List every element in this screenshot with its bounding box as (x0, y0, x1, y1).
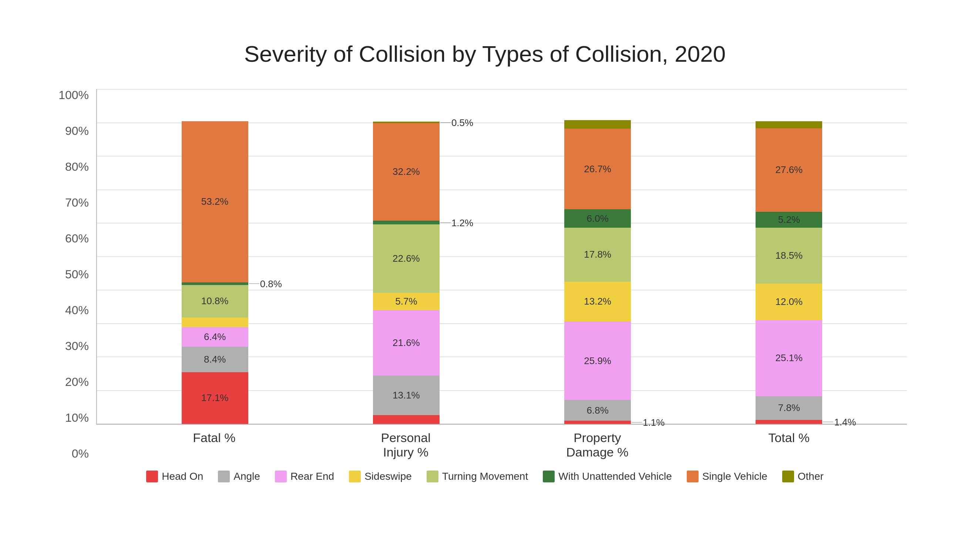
bar-segment-label: 26.7% (584, 163, 611, 175)
y-axis-label: 40% (65, 304, 89, 316)
stacked-bar: 13.1%21.6%5.7%22.6%32.2% (373, 121, 440, 424)
outside-label: 0.8% (260, 278, 282, 290)
outside-label: 1.2% (451, 217, 473, 229)
stacked-bar: 17.1%8.4%6.4%10.8%53.2% (182, 121, 248, 424)
bar-segment-label: 6.4% (204, 331, 226, 343)
bar-segment-sideswipe: 13.2% (564, 282, 631, 321)
legend-item-singleVehicle: Single Vehicle (687, 471, 767, 482)
y-axis-label: 80% (65, 161, 89, 173)
bar-segment-label: 6.8% (587, 405, 608, 416)
bar-segment-label: 25.1% (775, 352, 803, 364)
outside-label: 1.4% (834, 416, 856, 428)
bar-segment-sideswipe: 5.7% (373, 293, 440, 310)
bar-segment-label: 25.9% (584, 355, 611, 367)
bar-segment-singleVehicle: 53.2% (182, 121, 248, 282)
bar-segment-angle: 6.8% (564, 400, 631, 421)
bar-segment-other (373, 122, 440, 123)
x-axis-label: Fatal % (177, 431, 251, 459)
y-axis-label: 100% (58, 89, 89, 101)
legend-item-turningMovement: Turning Movement (427, 471, 528, 482)
bar-segment-withUnattended: 5.2% (756, 212, 822, 228)
bar-segment-headOn (756, 420, 822, 424)
y-axis-label: 50% (65, 268, 89, 280)
y-axis: 0%10%20%30%40%50%60%70%80%90%100% (63, 89, 96, 459)
legend-label-other: Other (798, 471, 823, 482)
legend-swatch-other (782, 471, 794, 482)
legend-swatch-turningMovement (427, 471, 438, 482)
bar-segment-rearEnd: 6.4% (182, 327, 248, 346)
bar-group: 13.1%21.6%5.7%22.6%32.2% (369, 121, 443, 424)
y-axis-label: 30% (65, 340, 89, 352)
bars-grid: 17.1%8.4%6.4%10.8%53.2%13.1%21.6%5.7%22.… (96, 89, 907, 425)
bar-segment-other (564, 120, 631, 128)
legend: Head OnAngleRear EndSideswipeTurning Mov… (63, 471, 907, 482)
bar-segment-label: 21.6% (393, 337, 420, 349)
bar-group: 17.1%8.4%6.4%10.8%53.2% (178, 121, 252, 424)
callout-line (823, 422, 833, 422)
chart-title: Severity of Collision by Types of Collis… (63, 41, 907, 67)
bar-segment-label: 6.0% (587, 213, 608, 225)
bar-segment-withUnattended (182, 282, 248, 285)
bar-segment-singleVehicle: 27.6% (756, 128, 822, 212)
bar-segment-label: 17.1% (201, 392, 229, 404)
legend-label-sideswipe: Sideswipe (365, 471, 412, 482)
y-axis-label: 60% (65, 232, 89, 244)
callout-line (440, 223, 451, 223)
bar-segment-label: 13.2% (584, 296, 611, 307)
bar-segment-label: 53.2% (201, 196, 229, 207)
bar-group: 7.8%25.1%12.0%18.5%5.2%27.6% (752, 121, 826, 424)
y-axis-label: 70% (65, 197, 89, 209)
bar-segment-singleVehicle: 32.2% (373, 123, 440, 221)
y-axis-label: 90% (65, 125, 89, 137)
bar-segment-label: 27.6% (775, 164, 803, 176)
legend-label-turningMovement: Turning Movement (442, 471, 528, 482)
legend-swatch-rearEnd (275, 471, 287, 482)
bars-row: 17.1%8.4%6.4%10.8%53.2%13.1%21.6%5.7%22.… (97, 89, 907, 424)
callout-line (632, 422, 642, 423)
bar-segment-label: 10.8% (201, 295, 229, 307)
y-axis-label: 0% (72, 448, 89, 459)
bar-segment-turningMovement: 10.8% (182, 285, 248, 318)
bar-segment-label: 32.2% (393, 166, 420, 178)
bar-segment-label: 7.8% (778, 402, 800, 413)
legend-item-headOn: Head On (146, 471, 203, 482)
stacked-bar: 7.8%25.1%12.0%18.5%5.2%27.6% (756, 121, 822, 424)
legend-label-angle: Angle (233, 471, 260, 482)
bar-segment-rearEnd: 25.1% (756, 320, 822, 396)
stacked-bar: 6.8%25.9%13.2%17.8%6.0%26.7% (564, 121, 631, 424)
legend-item-other: Other (782, 471, 823, 482)
bar-segment-label: 5.7% (395, 296, 417, 307)
plot-area: 17.1%8.4%6.4%10.8%53.2%13.1%21.6%5.7%22.… (96, 89, 907, 459)
legend-swatch-withUnattended (543, 471, 555, 482)
legend-swatch-sideswipe (349, 471, 361, 482)
bar-segment-withUnattended (373, 221, 440, 225)
bar-segment-headOn: 17.1% (182, 372, 248, 424)
x-axis-label: Personal Injury % (369, 431, 443, 459)
bar-segment-label: 12.0% (775, 296, 803, 307)
bar-segment-sideswipe (182, 318, 248, 327)
outside-label: 1.1% (643, 417, 665, 428)
bar-segment-label: 13.1% (393, 390, 420, 401)
legend-item-withUnattended: With Unattended Vehicle (543, 471, 672, 482)
bar-segment-angle: 7.8% (756, 396, 822, 420)
legend-label-withUnattended: With Unattended Vehicle (558, 471, 672, 482)
x-axis-label: Property Damage % (560, 431, 634, 459)
bar-group: 6.8%25.9%13.2%17.8%6.0%26.7% (560, 121, 634, 424)
x-labels: Fatal %Personal Injury %Property Damage … (96, 431, 907, 459)
legend-label-rearEnd: Rear End (290, 471, 334, 482)
bar-segment-singleVehicle: 26.7% (564, 129, 631, 210)
legend-item-rearEnd: Rear End (275, 471, 334, 482)
bar-segment-headOn (564, 421, 631, 424)
bar-segment-label: 22.6% (393, 253, 420, 264)
bar-segment-turningMovement: 18.5% (756, 228, 822, 284)
chart-container: Severity of Collision by Types of Collis… (19, 19, 936, 541)
outside-label: 0.5% (451, 117, 473, 129)
legend-item-sideswipe: Sideswipe (349, 471, 412, 482)
bar-segment-sideswipe: 12.0% (756, 284, 822, 320)
y-axis-label: 10% (65, 412, 89, 424)
bar-segment-label: 5.2% (778, 214, 800, 226)
bar-segment-rearEnd: 21.6% (373, 310, 440, 376)
x-axis-label: Total % (752, 431, 826, 459)
bar-segment-label: 8.4% (204, 354, 226, 365)
legend-label-singleVehicle: Single Vehicle (702, 471, 767, 482)
